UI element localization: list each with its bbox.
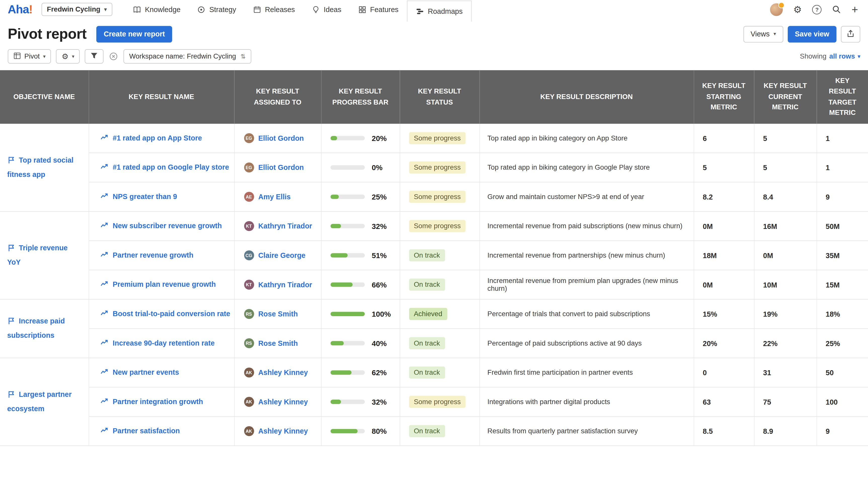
assignee-link[interactable]: Kathryn Tirador xyxy=(258,222,312,230)
assignee-link[interactable]: Claire George xyxy=(258,251,305,260)
gear-icon: ⚙ xyxy=(62,53,69,60)
key-result-cell: Partner satisfaction xyxy=(89,416,234,446)
assignee-link[interactable]: Elliot Gordon xyxy=(258,163,304,172)
pivot-type-button[interactable]: Pivot ▾ xyxy=(8,49,51,64)
assignee-cell: RSRose Smith xyxy=(234,299,321,329)
report-toolbar: Pivot ▾ ⚙ ▾ Workspace name: Fredwin Cycl… xyxy=(0,47,868,70)
assignee-cell: AKAshley Kinney xyxy=(234,416,321,446)
key-result-link[interactable]: New subscriber revenue growth xyxy=(113,222,222,230)
chevron-down-icon: ▾ xyxy=(72,54,74,59)
report-settings-button[interactable]: ⚙ ▾ xyxy=(56,49,80,64)
sort-arrows-icon: ⇅ xyxy=(241,53,246,59)
workspace-selector-label: Fredwin Cycling xyxy=(47,5,100,13)
workspace-selector[interactable]: Fredwin Cycling ▾ xyxy=(41,3,112,16)
status-badge: Some progress xyxy=(409,191,466,203)
key-result-link[interactable]: Partner satisfaction xyxy=(113,427,180,435)
nav-item-releases[interactable]: Releases xyxy=(244,0,303,19)
objective-link[interactable]: Largest partner ecosystem xyxy=(7,390,72,413)
starting-metric-cell: 15% xyxy=(694,299,754,329)
objective-link[interactable]: Top rated social fitness app xyxy=(7,156,73,178)
table-row: Increase 90-day retention rateRSRose Smi… xyxy=(0,329,868,358)
key-result-link[interactable]: Boost trial-to-paid conversion rate xyxy=(113,310,230,318)
progress-cell: 40% xyxy=(321,329,400,358)
nav-item-label: Releases xyxy=(265,5,295,13)
key-result-cell: Partner integration growth xyxy=(89,387,234,417)
key-result-cell: New subscriber revenue growth xyxy=(89,211,234,241)
column-header[interactable]: KEY RESULT NAME xyxy=(89,70,234,124)
assignee-link[interactable]: Ashley Kinney xyxy=(258,368,308,377)
share-button[interactable] xyxy=(841,26,860,42)
column-header[interactable]: KEY RESULT CURRENT METRIC xyxy=(754,70,817,124)
create-report-button[interactable]: Create new report xyxy=(97,26,172,42)
starting-metric-cell: 63 xyxy=(694,387,754,417)
key-result-link[interactable]: #1 rated app on Google Play store xyxy=(113,163,229,171)
key-result-link[interactable]: New partner events xyxy=(113,368,179,376)
column-header[interactable]: KEY RESULT DESCRIPTION xyxy=(479,70,694,124)
assignee-link[interactable]: Ashley Kinney xyxy=(258,427,308,435)
nav-item-features[interactable]: Features xyxy=(350,0,407,19)
filter-button[interactable] xyxy=(85,49,104,64)
chevron-down-icon: ▾ xyxy=(858,54,860,59)
remove-filter-icon[interactable] xyxy=(109,52,118,61)
assignee-link[interactable]: Ashley Kinney xyxy=(258,398,308,406)
key-result-link[interactable]: Increase 90-day retention rate xyxy=(113,339,215,347)
flag-icon xyxy=(7,156,16,168)
progress-percent: 51% xyxy=(372,251,387,260)
column-header[interactable]: KEY RESULT STARTING METRIC xyxy=(694,70,754,124)
status-cell: Some progress xyxy=(400,211,479,241)
description-cell: Top rated app in biking category in Goog… xyxy=(479,153,694,182)
assignee-avatar: AK xyxy=(244,397,254,407)
notification-dot xyxy=(778,2,784,8)
key-result-link[interactable]: Premium plan revenue growth xyxy=(113,280,216,288)
nav-item-strategy[interactable]: Strategy xyxy=(189,0,245,19)
chevron-down-icon: ▾ xyxy=(774,31,776,36)
objective-link[interactable]: Triple revenue YoY xyxy=(7,243,68,266)
nav-item-knowledge[interactable]: Knowledge xyxy=(125,0,189,19)
assignee-link[interactable]: Rose Smith xyxy=(258,339,298,347)
add-icon[interactable]: + xyxy=(851,4,858,15)
nav-item-roadmaps[interactable]: Roadmaps xyxy=(407,0,471,22)
assignee-link[interactable]: Elliot Gordon xyxy=(258,134,304,142)
assignee-avatar: RS xyxy=(244,309,254,319)
key-result-link[interactable]: NPS greater than 9 xyxy=(113,192,177,201)
target-metric-cell: 25% xyxy=(816,329,868,358)
key-result-link[interactable]: Partner revenue growth xyxy=(113,251,193,259)
table-row: Triple revenue YoYNew subscriber revenue… xyxy=(0,211,868,241)
help-icon[interactable]: ? xyxy=(812,5,822,14)
status-cell: Some progress xyxy=(400,387,479,417)
nav-item-label: Roadmaps xyxy=(428,7,462,15)
search-icon[interactable] xyxy=(832,5,841,14)
current-metric-cell: 0M xyxy=(754,241,817,270)
assignee-cell: AKAshley Kinney xyxy=(234,358,321,387)
column-header[interactable]: OBJECTIVE NAME xyxy=(0,70,89,124)
aha-logo[interactable]: Aha! xyxy=(8,3,32,16)
views-button-label: Views xyxy=(750,30,770,38)
progress-bar xyxy=(330,136,364,140)
workspace-filter-chip[interactable]: Workspace name: Fredwin Cycling ⇅ xyxy=(124,49,251,64)
progress-bar-fill xyxy=(330,400,341,404)
key-result-link[interactable]: #1 rated app on App Store xyxy=(113,134,202,142)
user-avatar[interactable] xyxy=(770,3,783,16)
gear-icon[interactable]: ⚙ xyxy=(793,5,802,14)
objective-link[interactable]: Increase paid subscriptions xyxy=(7,317,65,340)
current-metric-cell: 16M xyxy=(754,211,817,241)
funnel-icon xyxy=(91,52,98,61)
column-header[interactable]: KEY RESULT STATUS xyxy=(400,70,479,124)
key-result-cell: Premium plan revenue growth xyxy=(89,270,234,299)
progress-bar xyxy=(330,224,364,229)
nav-item-ideas[interactable]: Ideas xyxy=(303,0,349,19)
assignee-cell: RSRose Smith xyxy=(234,329,321,358)
column-header[interactable]: KEY RESULT TARGET METRIC xyxy=(816,70,868,124)
rows-filter-link[interactable]: all rows ▾ xyxy=(829,53,860,60)
target-metric-cell: 9 xyxy=(816,182,868,212)
column-header[interactable]: KEY RESULT PROGRESS BAR xyxy=(321,70,400,124)
views-button[interactable]: Views ▾ xyxy=(743,26,783,42)
assignee-link[interactable]: Amy Ellis xyxy=(258,193,290,201)
assignee-link[interactable]: Kathryn Tirador xyxy=(258,280,312,289)
app: Aha! Fredwin Cycling ▾ KnowledgeStrategy… xyxy=(0,0,868,477)
save-view-button[interactable]: Save view xyxy=(788,26,837,42)
column-header[interactable]: KEY RESULT ASSIGNED TO xyxy=(234,70,321,124)
key-result-link[interactable]: Partner integration growth xyxy=(113,397,203,406)
progress-bar xyxy=(330,195,364,199)
assignee-link[interactable]: Rose Smith xyxy=(258,310,298,318)
